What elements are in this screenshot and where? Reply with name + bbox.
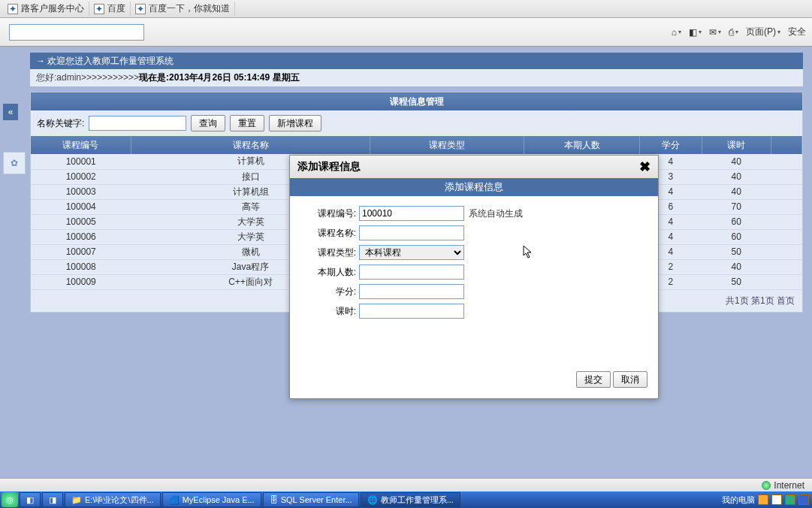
browser-toolbar: ⌂▾ ◧▾ ✉▾ ⎙▾ 页面(P)▾ 安全 (0, 18, 812, 47)
panel-title: 课程信息管理 (31, 92, 802, 110)
now-label: 现在是: (139, 71, 169, 84)
fav-item[interactable]: ✦路客户服务中心 (3, 2, 89, 17)
search-label: 名称关键字: (37, 117, 84, 130)
favorites-bar: ✦路客户服务中心 ✦百度 ✦百度一下，你就知道 (0, 0, 812, 18)
home-icon[interactable]: ⌂▾ (672, 27, 681, 38)
field-type-label: 课程类型: (300, 246, 359, 259)
print-icon[interactable]: ⎙▾ (729, 27, 738, 38)
taskbar: ◎ ◧ ◨ 📁E:\毕业论文\四件... 🟦MyEclipse Java E..… (0, 491, 812, 508)
dialog-header: 添加课程信息 ✖ (290, 156, 658, 178)
tray-icon[interactable] (758, 494, 768, 505)
field-count-input[interactable] (359, 265, 464, 280)
field-credit-input[interactable] (359, 284, 464, 299)
address-input[interactable] (9, 24, 144, 41)
field-name-label: 课程名称: (300, 227, 359, 240)
task-label: MyEclipse Java E... (183, 495, 255, 504)
tray-icon[interactable] (771, 494, 782, 505)
field-id-input[interactable] (359, 206, 464, 221)
greeting-bar: 您好:admin>>>>>>>>>>> 现在是: 2013年4月26日 05:1… (30, 69, 803, 87)
globe-icon (762, 481, 771, 490)
field-hour-label: 课时: (300, 305, 359, 318)
sidebar-toggle[interactable]: « (3, 104, 18, 120)
tray-icon[interactable] (785, 494, 795, 505)
field-id-label: 课程编号: (300, 207, 359, 220)
fav-label: 路客户服务中心 (21, 2, 84, 15)
zone-label: Internet (774, 480, 804, 491)
start-button[interactable]: ◎ (2, 492, 18, 507)
dialog-subtitle: 添加课程信息 (290, 178, 658, 196)
add-course-button[interactable]: 新增课程 (269, 115, 321, 132)
search-input[interactable] (89, 116, 186, 131)
safety-menu[interactable]: 安全 (788, 26, 806, 38)
col-count: 本期人数 (524, 136, 640, 154)
field-count-label: 本期人数: (300, 266, 359, 279)
add-course-dialog: 添加课程信息 ✖ 添加课程信息 课程编号:系统自动生成 课程名称: 课程类型:本… (289, 155, 659, 399)
fav-icon: ✦ (94, 4, 104, 14)
page-menu[interactable]: 页面(P)▾ (746, 26, 780, 38)
now-value: 2013年4月26日 05:14:49 星期五 (169, 71, 299, 84)
dialog-title: 添加课程信息 (297, 160, 361, 174)
task-button[interactable]: 🟦MyEclipse Java E... (162, 492, 261, 507)
submit-button[interactable]: 提交 (576, 371, 611, 388)
fav-icon: ✦ (8, 4, 18, 14)
col-credit: 学分 (640, 136, 702, 154)
reset-button[interactable]: 重置 (230, 115, 264, 132)
search-row: 名称关键字: 查询 重置 新增课程 (31, 110, 802, 136)
col-hour: 课时 (702, 136, 771, 154)
dialog-body: 课程编号:系统自动生成 课程名称: 课程类型:本科课程 本期人数: 学分: 课时… (290, 196, 658, 328)
quick-launch[interactable]: ◧ (20, 492, 41, 507)
fav-label: 百度一下，你就知道 (149, 2, 230, 15)
task-button-active[interactable]: 🌐教师工作量管理系... (361, 492, 460, 507)
page-menu-label: 页面(P) (746, 26, 776, 38)
fav-item[interactable]: ✦百度 (89, 2, 131, 17)
status-bar: Internet (0, 478, 812, 491)
quick-launch[interactable]: ◨ (42, 492, 63, 507)
query-button[interactable]: 查询 (191, 115, 225, 132)
tray-label: 我的电脑 (722, 494, 755, 506)
task-label: 教师工作量管理系... (381, 494, 454, 506)
safety-menu-label: 安全 (788, 26, 806, 38)
field-type-select[interactable]: 本科课程 (359, 245, 464, 260)
field-hour-input[interactable] (359, 304, 464, 319)
task-button[interactable]: 🗄SQL Server Enter... (263, 492, 359, 507)
fav-label: 百度 (107, 2, 125, 15)
task-label: SQL Server Enter... (281, 495, 352, 504)
welcome-banner: → 欢迎您进入教师工作量管理系统 (30, 53, 803, 69)
task-label: E:\毕业论文\四件... (85, 494, 154, 506)
tray-icon[interactable] (798, 494, 809, 505)
gear-icon[interactable]: ✿ (3, 152, 26, 174)
col-name: 课程名称 (131, 136, 370, 154)
col-extra (771, 136, 801, 154)
task-button[interactable]: 📁E:\毕业论文\四件... (65, 492, 161, 507)
col-id: 课程编号 (31, 136, 131, 154)
col-type: 课程类型 (370, 136, 524, 154)
cancel-button[interactable]: 取消 (613, 371, 647, 388)
field-credit-label: 学分: (300, 286, 359, 298)
rss-icon[interactable]: ◧▾ (689, 27, 702, 38)
close-icon[interactable]: ✖ (639, 159, 651, 175)
field-id-hint: 系统自动生成 (469, 207, 523, 220)
greeting-prefix: 您好:admin>>>>>>>>>>> (36, 71, 139, 84)
mail-icon[interactable]: ✉▾ (709, 27, 721, 38)
fav-item[interactable]: ✦百度一下，你就知道 (131, 2, 235, 17)
fav-icon: ✦ (135, 4, 146, 14)
field-name-input[interactable] (359, 225, 464, 240)
